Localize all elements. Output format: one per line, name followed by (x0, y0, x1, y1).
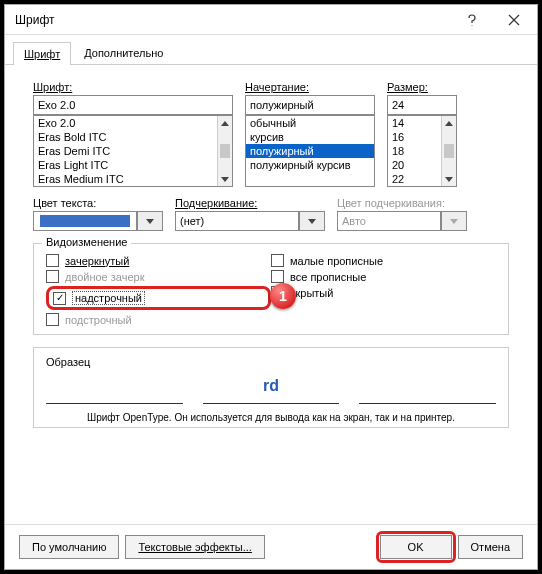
scroll-up-icon[interactable] (445, 116, 453, 130)
undercolor-label: Цвет подчеркивания: (337, 197, 467, 209)
default-button[interactable]: По умолчанию (19, 535, 119, 559)
check-allcaps[interactable]: все прописные (271, 270, 496, 283)
list-item[interactable]: Exo 2.0 (34, 186, 232, 187)
list-item[interactable]: Eras Demi ITC (34, 144, 232, 158)
fontcolor-combo[interactable] (33, 211, 163, 231)
underline-label: Подчеркивание: (175, 197, 325, 209)
font-dialog: Шрифт Шрифт Дополнительно Шрифт: Exo 2.0… (4, 4, 538, 570)
font-label: Шрифт: (33, 81, 233, 93)
scroll-thumb[interactable] (220, 144, 230, 158)
style-label: Начертание: (245, 81, 375, 93)
list-item[interactable]: Eras Light ITC (34, 158, 232, 172)
font-input[interactable] (33, 95, 233, 115)
check-hidden[interactable]: скрытый (271, 286, 496, 299)
tab-font[interactable]: Шрифт (13, 42, 71, 65)
sample-text: rd (203, 368, 340, 404)
size-label: Размер: (387, 81, 457, 93)
underline-combo[interactable]: (нет) (175, 211, 325, 231)
style-list[interactable]: обычныйкурсивполужирныйполужирный курсив (245, 115, 375, 187)
cancel-button[interactable]: Отмена (458, 535, 523, 559)
list-item[interactable]: 24 (388, 186, 456, 187)
list-item[interactable]: Exo 2.0 (34, 116, 232, 130)
chevron-down-icon[interactable] (299, 211, 325, 231)
check-smallcaps[interactable]: малые прописные (271, 254, 496, 267)
list-item[interactable]: курсив (246, 130, 374, 144)
chevron-down-icon[interactable] (137, 211, 163, 231)
help-icon[interactable] (451, 6, 493, 34)
style-input[interactable] (245, 95, 375, 115)
list-item[interactable]: Eras Bold ITC (34, 130, 232, 144)
ok-button[interactable]: OK (380, 535, 452, 559)
list-item[interactable]: Eras Medium ITC (34, 172, 232, 186)
scrollbar[interactable] (217, 116, 232, 186)
scroll-up-icon[interactable] (221, 116, 229, 130)
sample-group: Образец rd Шрифт OpenType. Он использует… (33, 347, 509, 428)
scrollbar[interactable] (441, 116, 456, 186)
effects-group: Видоизменение зачеркнутый двойное зачерк… (33, 243, 509, 335)
size-input[interactable] (387, 95, 457, 115)
dialog-footer: По умолчанию Текстовые эффекты... 2 OK О… (5, 524, 537, 569)
scroll-down-icon[interactable] (445, 172, 453, 186)
chevron-down-icon (441, 211, 467, 231)
list-item[interactable]: обычный (246, 116, 374, 130)
texteffects-button[interactable]: Текстовые эффекты... (125, 535, 265, 559)
size-list[interactable]: 141618202224 (387, 115, 457, 187)
sample-hint: Шрифт OpenType. Он используется для выво… (46, 412, 496, 423)
tab-bar: Шрифт Дополнительно (5, 35, 537, 65)
color-swatch (40, 215, 130, 227)
check-strikethrough[interactable]: зачеркнутый (46, 254, 271, 267)
list-item[interactable]: полужирный курсив (246, 158, 374, 172)
close-icon[interactable] (493, 6, 535, 34)
list-item[interactable]: полужирный (246, 144, 374, 158)
undercolor-combo: Авто (337, 211, 467, 231)
scroll-down-icon[interactable] (221, 172, 229, 186)
fontcolor-label: Цвет текста: (33, 197, 163, 209)
check-superscript[interactable]: надстрочный (53, 291, 145, 305)
check-double-strike[interactable]: двойное зачерк (46, 270, 271, 283)
check-subscript[interactable]: подстрочный (46, 313, 271, 326)
tab-advanced[interactable]: Дополнительно (73, 41, 174, 64)
titlebar: Шрифт (5, 5, 537, 35)
font-list[interactable]: Exo 2.0Eras Bold ITCEras Demi ITCEras Li… (33, 115, 233, 187)
scroll-thumb[interactable] (444, 144, 454, 158)
highlight-1: надстрочный 1 (46, 286, 271, 310)
callout-1: 1 (270, 283, 296, 309)
window-title: Шрифт (15, 13, 54, 27)
